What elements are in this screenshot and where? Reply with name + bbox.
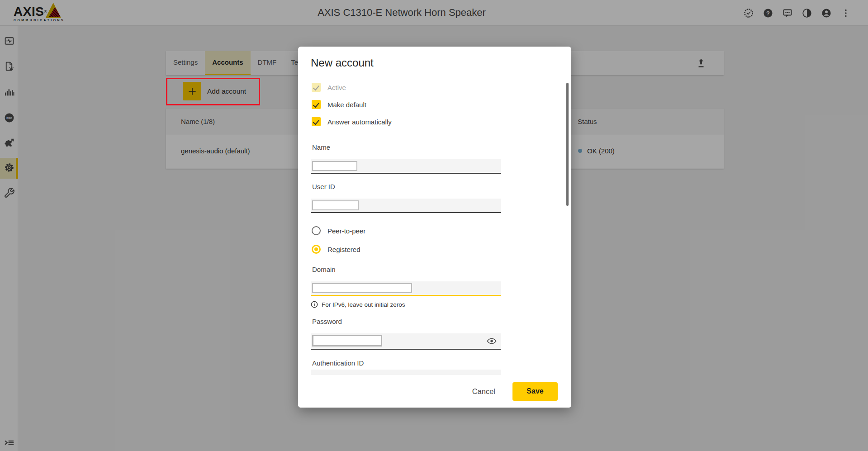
dialog-title: New account [311, 57, 374, 69]
cancel-button[interactable]: Cancel [472, 387, 495, 396]
checkbox-active-box [312, 83, 321, 92]
radio-peer-to-peer-control[interactable] [312, 226, 321, 235]
user-id-field [311, 199, 501, 213]
checkbox-active: Active [312, 83, 346, 92]
radio-registered-control[interactable] [312, 245, 321, 254]
password-input[interactable] [312, 335, 382, 347]
name-field-label: Name [312, 143, 330, 151]
name-input[interactable] [312, 161, 357, 171]
user-id-input[interactable] [312, 200, 359, 210]
name-field [311, 159, 501, 174]
checkbox-make-default[interactable]: Make default [312, 100, 366, 109]
checkbox-answer-automatically-label: Answer automatically [327, 118, 392, 126]
password-field-label: Password [312, 318, 342, 325]
checkbox-active-label: Active [327, 84, 346, 91]
domain-input[interactable] [312, 283, 412, 293]
radio-peer-to-peer[interactable]: Peer-to-peer [312, 226, 365, 235]
domain-field-label: Domain [312, 266, 336, 273]
show-password-eye-icon[interactable] [487, 337, 497, 345]
domain-field [311, 281, 501, 296]
save-button[interactable]: Save [512, 382, 558, 401]
radio-registered[interactable]: Registered [312, 245, 360, 254]
dialog-footer: Cancel Save [298, 375, 571, 408]
password-field [311, 333, 501, 350]
checkbox-make-default-box[interactable] [312, 100, 321, 109]
checkbox-answer-automatically-box[interactable] [312, 117, 321, 126]
ipv6-hint-text: For IPv6, leave out initial zeros [322, 301, 405, 308]
new-account-dialog: New account Active Make default Answer a… [298, 47, 571, 408]
auth-id-field-label: Authentication ID [312, 359, 364, 367]
auth-id-field [311, 370, 501, 375]
user-id-field-label: User ID [312, 183, 335, 190]
checkbox-answer-automatically[interactable]: Answer automatically [312, 117, 392, 126]
ipv6-hint: For IPv6, leave out initial zeros [311, 301, 405, 308]
radio-registered-label: Registered [327, 246, 360, 253]
radio-peer-to-peer-label: Peer-to-peer [327, 227, 365, 235]
modal-scrollbar-thumb[interactable] [566, 83, 569, 206]
info-icon [311, 301, 318, 308]
checkbox-make-default-label: Make default [327, 101, 366, 109]
